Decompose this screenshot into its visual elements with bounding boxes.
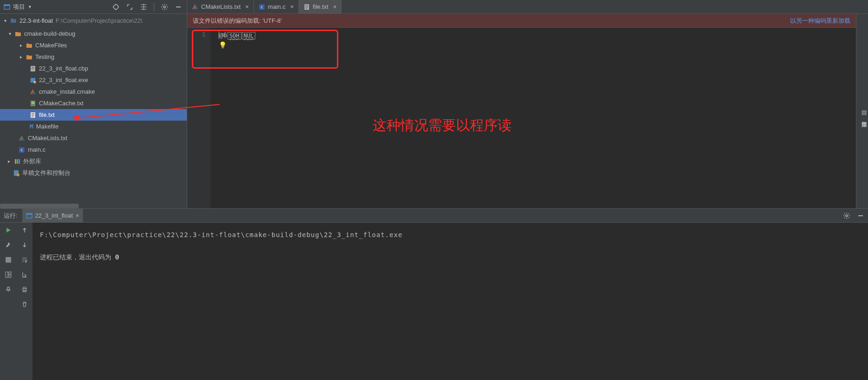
line-number: 1 [187, 31, 206, 38]
chevron-right-icon: ▸ [19, 54, 23, 59]
close-icon[interactable]: × [331, 3, 337, 10]
right-tool-strip[interactable]: ▤ 数据库 [856, 14, 868, 208]
horizontal-scrollbar[interactable] [0, 204, 187, 208]
close-icon[interactable]: × [243, 3, 249, 10]
tab-label: main.c [268, 3, 285, 10]
scroll-to-end-icon[interactable] [21, 271, 28, 278]
exit-text: 进程已结束，退出代码为 [40, 253, 115, 261]
svg-point-53 [846, 215, 848, 217]
svg-text:c: c [20, 148, 23, 152]
tree-file-cmakelists[interactable]: CMakeLists.txt [0, 132, 187, 144]
play-icon[interactable] [5, 226, 12, 234]
tree-label: main.c [28, 146, 45, 153]
tree-file-cmakecache[interactable]: CMakeCache.txt [0, 97, 187, 109]
tree-file-exe[interactable]: ? 22_3_int_float.exe [0, 74, 187, 86]
svg-rect-58 [9, 275, 11, 277]
editor-area: 该文件以错误的编码加载: 'UTF-8' 以另一种编码重新加载 1 @ � SO… [187, 14, 868, 208]
tab-cmakelists[interactable]: CMakeLists.txt × [187, 0, 254, 13]
print-icon[interactable] [21, 286, 28, 293]
scrollbar-thumb[interactable] [0, 204, 79, 208]
minimize-icon[interactable] [857, 212, 864, 219]
tree-folder-cmake-build-debug[interactable]: ▾ cmake-build-debug [0, 28, 187, 39]
chevron-down-icon: ▾ [7, 31, 12, 36]
tree-label: cmake-build-debug [24, 30, 76, 37]
chevron-right-icon: ▸ [19, 43, 23, 48]
exe-icon: ? [30, 77, 36, 84]
tree-external-libs[interactable]: ▸ 外部库 [0, 155, 187, 167]
svg-rect-45 [19, 159, 20, 164]
library-icon [14, 158, 20, 165]
folder-icon [10, 18, 17, 23]
expand-icon[interactable] [126, 3, 133, 11]
folder-icon [26, 43, 32, 48]
tab-file-txt[interactable]: file.txt × [299, 0, 342, 13]
tree-label: Testing [35, 53, 54, 60]
minimize-icon[interactable] [175, 3, 182, 11]
svg-rect-44 [17, 159, 18, 164]
cache-icon [30, 100, 36, 107]
target-icon[interactable] [112, 3, 120, 11]
exit-code: 0 [115, 253, 119, 261]
tree-file-cmake-install[interactable]: cmake_install.cmake [0, 86, 187, 97]
project-dropdown[interactable]: 项目 ▼ [0, 0, 36, 13]
tree-label: 外部库 [23, 157, 41, 166]
makefile-icon: M [30, 123, 33, 130]
cmake-icon [192, 4, 198, 10]
gear-icon[interactable] [161, 3, 168, 11]
app-icon [26, 213, 32, 219]
run-label: 运行: [4, 212, 18, 220]
tree-label: cmake_install.cmake [39, 88, 95, 95]
tree-file-main-c[interactable]: c main.c [0, 144, 187, 155]
breadcrumb: ▾ 22.3-int-float F:\Computer\Project\pra… [0, 14, 187, 27]
database-icon: ▤ [861, 109, 868, 116]
reload-encoding-link[interactable]: 以另一种编码重新加载 [790, 17, 850, 25]
svg-point-11 [164, 6, 165, 8]
svg-rect-57 [9, 272, 11, 274]
tree-label: 22_3_int_float.exe [39, 77, 88, 84]
root-name: 22.3-int-float [19, 17, 53, 24]
close-icon[interactable]: × [76, 212, 79, 219]
run-tab[interactable]: 22_3_int_float × [22, 209, 83, 222]
tree-folder-cmakefiles[interactable]: ▸ CMakeFiles [0, 39, 187, 51]
svg-rect-43 [15, 159, 16, 164]
console-path: F:\Computer\Project\practice\22\22.3-int… [40, 228, 861, 241]
close-icon[interactable]: × [288, 3, 294, 10]
arrow-down-icon[interactable] [21, 241, 28, 249]
divider [154, 3, 154, 11]
c-file-icon: c [19, 147, 25, 153]
svg-rect-1 [4, 5, 10, 6]
console-exit-line: 进程已结束，退出代码为 0 [40, 251, 861, 264]
stop-icon[interactable] [5, 256, 12, 264]
content-char: @ [219, 32, 223, 39]
text-file-icon [30, 112, 36, 118]
tree-file-txt[interactable]: file.txt [0, 109, 187, 121]
wrap-icon[interactable] [21, 256, 28, 264]
notification-message: 该文件以错误的编码加载: 'UTF-8' [193, 17, 282, 25]
layout-icon[interactable] [5, 271, 12, 278]
window-icon [4, 4, 10, 10]
run-console[interactable]: F:\Computer\Project\practice\22\22.3-int… [32, 223, 868, 380]
run-panel: 运行: 22_3_int_float × F:\Computer\ [0, 208, 868, 380]
chevron-right-icon: ▸ [6, 159, 11, 164]
pin-icon[interactable] [5, 286, 12, 293]
code-content[interactable]: @ � SOHNUL 💡 [210, 28, 859, 208]
wrench-icon[interactable] [5, 241, 12, 249]
arrow-up-icon[interactable] [21, 226, 28, 234]
svg-text:c: c [260, 5, 263, 9]
tree-label: CMakeCache.txt [39, 100, 83, 107]
gear-icon[interactable] [843, 212, 850, 219]
text-file-icon [30, 65, 36, 72]
scratch-icon [13, 170, 19, 176]
root-path: F:\Computer\Project\practice\22\ [56, 17, 142, 24]
tree-label: Makefile [36, 123, 58, 130]
tree-file-makefile[interactable]: M Makefile [0, 121, 187, 132]
svg-rect-52 [26, 213, 32, 215]
collapse-icon[interactable] [140, 3, 147, 11]
tab-main-c[interactable]: c main.c × [254, 0, 299, 13]
tree-file-cbp[interactable]: 22_3_int_float.cbp [0, 63, 187, 74]
tree-scratches[interactable]: 草稿文件和控制台 [0, 167, 187, 179]
trash-icon[interactable] [21, 301, 28, 308]
tree-folder-testing[interactable]: ▸ Testing [0, 51, 187, 63]
lightbulb-icon[interactable]: 💡 [219, 41, 227, 49]
chevron-down-icon[interactable]: ▾ [3, 18, 7, 23]
